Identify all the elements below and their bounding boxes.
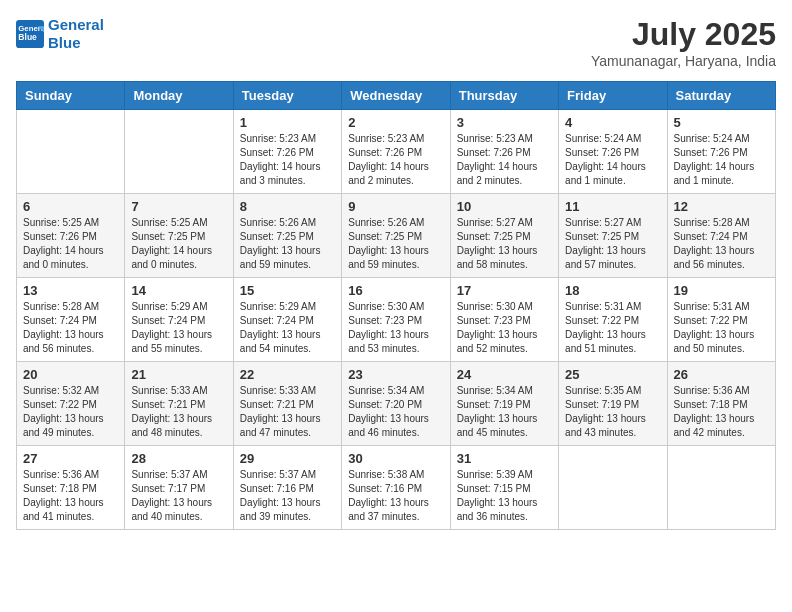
logo-line2: Blue: [48, 34, 81, 51]
day-number: 22: [240, 367, 335, 382]
day-number: 29: [240, 451, 335, 466]
logo-line1: General: [48, 16, 104, 33]
cell-details: Sunrise: 5:36 AM Sunset: 7:18 PM Dayligh…: [23, 468, 118, 524]
cell-details: Sunrise: 5:24 AM Sunset: 7:26 PM Dayligh…: [565, 132, 660, 188]
day-number: 11: [565, 199, 660, 214]
calendar-cell: 26Sunrise: 5:36 AM Sunset: 7:18 PM Dayli…: [667, 362, 775, 446]
cell-details: Sunrise: 5:31 AM Sunset: 7:22 PM Dayligh…: [674, 300, 769, 356]
weekday-header-cell: Tuesday: [233, 82, 341, 110]
page-header: General Blue General Blue July 2025 Yamu…: [16, 16, 776, 69]
day-number: 28: [131, 451, 226, 466]
day-number: 15: [240, 283, 335, 298]
day-number: 23: [348, 367, 443, 382]
cell-details: Sunrise: 5:28 AM Sunset: 7:24 PM Dayligh…: [674, 216, 769, 272]
cell-details: Sunrise: 5:24 AM Sunset: 7:26 PM Dayligh…: [674, 132, 769, 188]
calendar-cell: 18Sunrise: 5:31 AM Sunset: 7:22 PM Dayli…: [559, 278, 667, 362]
day-number: 24: [457, 367, 552, 382]
cell-details: Sunrise: 5:35 AM Sunset: 7:19 PM Dayligh…: [565, 384, 660, 440]
weekday-header-cell: Friday: [559, 82, 667, 110]
month-year-title: July 2025: [591, 16, 776, 53]
cell-details: Sunrise: 5:25 AM Sunset: 7:25 PM Dayligh…: [131, 216, 226, 272]
weekday-header-cell: Wednesday: [342, 82, 450, 110]
cell-details: Sunrise: 5:37 AM Sunset: 7:17 PM Dayligh…: [131, 468, 226, 524]
weekday-header-row: SundayMondayTuesdayWednesdayThursdayFrid…: [17, 82, 776, 110]
day-number: 17: [457, 283, 552, 298]
calendar-cell: 4Sunrise: 5:24 AM Sunset: 7:26 PM Daylig…: [559, 110, 667, 194]
weekday-header-cell: Thursday: [450, 82, 558, 110]
calendar-cell: 5Sunrise: 5:24 AM Sunset: 7:26 PM Daylig…: [667, 110, 775, 194]
calendar-cell: 21Sunrise: 5:33 AM Sunset: 7:21 PM Dayli…: [125, 362, 233, 446]
day-number: 12: [674, 199, 769, 214]
location-subtitle: Yamunanagar, Haryana, India: [591, 53, 776, 69]
cell-details: Sunrise: 5:34 AM Sunset: 7:20 PM Dayligh…: [348, 384, 443, 440]
day-number: 3: [457, 115, 552, 130]
calendar-cell: 7Sunrise: 5:25 AM Sunset: 7:25 PM Daylig…: [125, 194, 233, 278]
day-number: 1: [240, 115, 335, 130]
calendar-cell: 6Sunrise: 5:25 AM Sunset: 7:26 PM Daylig…: [17, 194, 125, 278]
calendar-cell: [667, 446, 775, 530]
calendar-cell: 17Sunrise: 5:30 AM Sunset: 7:23 PM Dayli…: [450, 278, 558, 362]
day-number: 27: [23, 451, 118, 466]
calendar-cell: 20Sunrise: 5:32 AM Sunset: 7:22 PM Dayli…: [17, 362, 125, 446]
cell-details: Sunrise: 5:23 AM Sunset: 7:26 PM Dayligh…: [457, 132, 552, 188]
calendar-cell: 25Sunrise: 5:35 AM Sunset: 7:19 PM Dayli…: [559, 362, 667, 446]
cell-details: Sunrise: 5:26 AM Sunset: 7:25 PM Dayligh…: [348, 216, 443, 272]
calendar-cell: 29Sunrise: 5:37 AM Sunset: 7:16 PM Dayli…: [233, 446, 341, 530]
calendar-cell: 22Sunrise: 5:33 AM Sunset: 7:21 PM Dayli…: [233, 362, 341, 446]
calendar-cell: [559, 446, 667, 530]
weekday-header-cell: Monday: [125, 82, 233, 110]
calendar-cell: [17, 110, 125, 194]
day-number: 8: [240, 199, 335, 214]
calendar-cell: 30Sunrise: 5:38 AM Sunset: 7:16 PM Dayli…: [342, 446, 450, 530]
day-number: 9: [348, 199, 443, 214]
calendar-cell: 3Sunrise: 5:23 AM Sunset: 7:26 PM Daylig…: [450, 110, 558, 194]
cell-details: Sunrise: 5:33 AM Sunset: 7:21 PM Dayligh…: [240, 384, 335, 440]
day-number: 4: [565, 115, 660, 130]
cell-details: Sunrise: 5:37 AM Sunset: 7:16 PM Dayligh…: [240, 468, 335, 524]
cell-details: Sunrise: 5:29 AM Sunset: 7:24 PM Dayligh…: [240, 300, 335, 356]
calendar-week-row: 6Sunrise: 5:25 AM Sunset: 7:26 PM Daylig…: [17, 194, 776, 278]
calendar-week-row: 1Sunrise: 5:23 AM Sunset: 7:26 PM Daylig…: [17, 110, 776, 194]
cell-details: Sunrise: 5:29 AM Sunset: 7:24 PM Dayligh…: [131, 300, 226, 356]
cell-details: Sunrise: 5:27 AM Sunset: 7:25 PM Dayligh…: [565, 216, 660, 272]
calendar-week-row: 27Sunrise: 5:36 AM Sunset: 7:18 PM Dayli…: [17, 446, 776, 530]
calendar-cell: 10Sunrise: 5:27 AM Sunset: 7:25 PM Dayli…: [450, 194, 558, 278]
cell-details: Sunrise: 5:39 AM Sunset: 7:15 PM Dayligh…: [457, 468, 552, 524]
calendar-cell: 11Sunrise: 5:27 AM Sunset: 7:25 PM Dayli…: [559, 194, 667, 278]
day-number: 14: [131, 283, 226, 298]
logo-icon: General Blue: [16, 20, 44, 48]
day-number: 20: [23, 367, 118, 382]
calendar-cell: 31Sunrise: 5:39 AM Sunset: 7:15 PM Dayli…: [450, 446, 558, 530]
svg-text:Blue: Blue: [18, 32, 37, 42]
cell-details: Sunrise: 5:28 AM Sunset: 7:24 PM Dayligh…: [23, 300, 118, 356]
calendar-cell: [125, 110, 233, 194]
day-number: 30: [348, 451, 443, 466]
cell-details: Sunrise: 5:27 AM Sunset: 7:25 PM Dayligh…: [457, 216, 552, 272]
cell-details: Sunrise: 5:25 AM Sunset: 7:26 PM Dayligh…: [23, 216, 118, 272]
cell-details: Sunrise: 5:23 AM Sunset: 7:26 PM Dayligh…: [348, 132, 443, 188]
calendar-cell: 9Sunrise: 5:26 AM Sunset: 7:25 PM Daylig…: [342, 194, 450, 278]
calendar-cell: 27Sunrise: 5:36 AM Sunset: 7:18 PM Dayli…: [17, 446, 125, 530]
calendar-cell: 12Sunrise: 5:28 AM Sunset: 7:24 PM Dayli…: [667, 194, 775, 278]
weekday-header-cell: Sunday: [17, 82, 125, 110]
calendar-cell: 8Sunrise: 5:26 AM Sunset: 7:25 PM Daylig…: [233, 194, 341, 278]
day-number: 19: [674, 283, 769, 298]
day-number: 25: [565, 367, 660, 382]
weekday-header-cell: Saturday: [667, 82, 775, 110]
cell-details: Sunrise: 5:33 AM Sunset: 7:21 PM Dayligh…: [131, 384, 226, 440]
cell-details: Sunrise: 5:26 AM Sunset: 7:25 PM Dayligh…: [240, 216, 335, 272]
calendar-cell: 28Sunrise: 5:37 AM Sunset: 7:17 PM Dayli…: [125, 446, 233, 530]
cell-details: Sunrise: 5:31 AM Sunset: 7:22 PM Dayligh…: [565, 300, 660, 356]
calendar-week-row: 13Sunrise: 5:28 AM Sunset: 7:24 PM Dayli…: [17, 278, 776, 362]
calendar-body: 1Sunrise: 5:23 AM Sunset: 7:26 PM Daylig…: [17, 110, 776, 530]
calendar-cell: 1Sunrise: 5:23 AM Sunset: 7:26 PM Daylig…: [233, 110, 341, 194]
cell-details: Sunrise: 5:34 AM Sunset: 7:19 PM Dayligh…: [457, 384, 552, 440]
calendar-cell: 23Sunrise: 5:34 AM Sunset: 7:20 PM Dayli…: [342, 362, 450, 446]
day-number: 18: [565, 283, 660, 298]
title-block: July 2025 Yamunanagar, Haryana, India: [591, 16, 776, 69]
calendar-cell: 14Sunrise: 5:29 AM Sunset: 7:24 PM Dayli…: [125, 278, 233, 362]
day-number: 5: [674, 115, 769, 130]
cell-details: Sunrise: 5:36 AM Sunset: 7:18 PM Dayligh…: [674, 384, 769, 440]
day-number: 7: [131, 199, 226, 214]
logo: General Blue General Blue: [16, 16, 104, 52]
